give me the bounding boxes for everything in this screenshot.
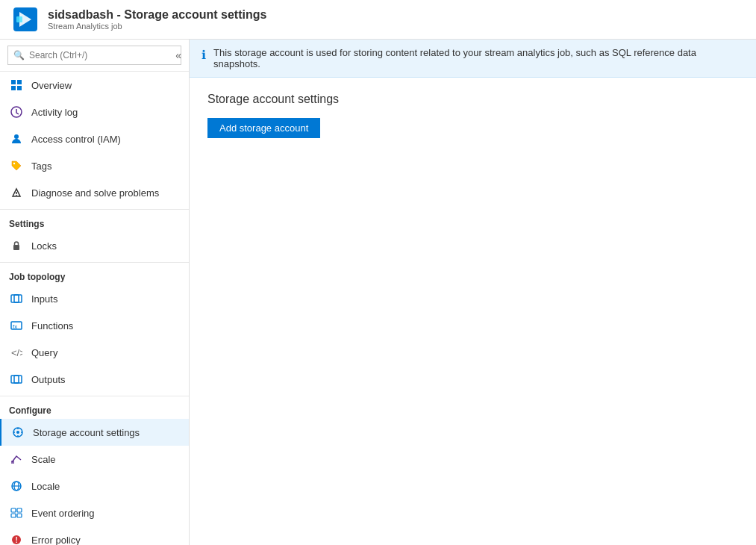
locale-icon (9, 479, 24, 493)
svg-rect-6 (17, 86, 22, 90)
svg-rect-13 (11, 295, 19, 302)
sidebar-item-error-policy-label: Error policy (31, 535, 81, 546)
page-title: Storage account settings (207, 93, 738, 106)
svg-rect-27 (17, 508, 22, 512)
sidebar-item-storage-label: Storage account settings (33, 427, 140, 438)
sidebar-item-functions-label: Functions (31, 320, 73, 331)
sidebar-item-storage-account-settings[interactable]: Storage account settings (0, 419, 189, 446)
collapse-icon[interactable]: « (175, 49, 181, 61)
svg-rect-29 (17, 514, 22, 517)
sidebar-item-overview-label: Overview (31, 80, 72, 91)
sidebar-item-diagnose-label: Diagnose and solve problems (31, 187, 159, 199)
inputs-icon (9, 291, 24, 306)
sidebar-item-scale-label: Scale (31, 454, 56, 465)
svg-point-8 (14, 134, 19, 139)
sidebar-item-inputs[interactable]: Inputs (0, 285, 189, 312)
add-storage-account-button[interactable]: Add storage account (207, 118, 320, 138)
activity-icon (9, 105, 24, 119)
configure-section-header: Configure (0, 396, 189, 419)
sidebar-item-scale[interactable]: Scale (0, 446, 189, 473)
sidebar-item-event-ordering[interactable]: Event ordering (0, 499, 189, 526)
svg-rect-4 (17, 80, 22, 84)
sidebar-item-activity-log-label: Activity log (31, 107, 78, 118)
storage-icon (10, 425, 25, 440)
sidebar-item-tags-label: Tags (31, 161, 51, 172)
main-layout: 🔍 « Overview Activity log (0, 40, 756, 545)
sidebar: 🔍 « Overview Activity log (0, 40, 190, 545)
svg-rect-19 (14, 376, 22, 383)
search-input[interactable] (7, 46, 181, 65)
info-icon: ℹ (202, 48, 206, 62)
sidebar-item-locale-label: Locale (31, 481, 60, 492)
sidebar-item-outputs-label: Outputs (31, 374, 66, 385)
functions-icon: fx (9, 318, 24, 333)
svg-rect-22 (11, 461, 14, 464)
error-policy-icon: ! (9, 532, 24, 545)
outputs-icon (9, 372, 24, 387)
app-header: sidsadbash - Storage account settings St… (0, 0, 756, 40)
sidebar-item-tags[interactable]: Tags (0, 152, 189, 179)
svg-rect-2 (16, 16, 22, 22)
info-banner-text: This storage account is used for storing… (213, 47, 744, 69)
sidebar-item-locks-label: Locks (31, 240, 57, 252)
sidebar-item-inputs-label: Inputs (31, 293, 57, 305)
query-icon: </> (9, 345, 24, 360)
search-container: 🔍 « (0, 40, 189, 72)
svg-rect-12 (13, 245, 19, 250)
svg-rect-26 (11, 508, 16, 512)
sidebar-item-diagnose[interactable]: Diagnose and solve problems (0, 179, 189, 206)
diagnose-icon (9, 185, 24, 200)
svg-rect-28 (11, 514, 16, 517)
settings-section-header: Settings (0, 209, 189, 232)
main-content: ℹ This storage account is used for stori… (190, 40, 756, 545)
sidebar-item-query-label: Query (31, 347, 57, 358)
sidebar-item-locale[interactable]: Locale (0, 473, 189, 499)
svg-rect-14 (14, 295, 22, 302)
svg-point-9 (13, 163, 15, 164)
svg-text:!: ! (16, 536, 18, 544)
app-icon (12, 6, 39, 33)
svg-rect-5 (11, 86, 16, 90)
info-banner: ℹ This storage account is used for stori… (190, 40, 756, 78)
job-topology-section-header: Job topology (0, 262, 189, 285)
sidebar-item-activity-log[interactable]: Activity log (0, 99, 189, 125)
header-subtitle: Stream Analytics job (48, 22, 266, 31)
header-title: sidsadbash - Storage account settings (48, 8, 266, 22)
svg-rect-18 (11, 376, 19, 383)
svg-rect-3 (11, 80, 16, 84)
svg-point-21 (16, 431, 19, 434)
sidebar-nav: Overview Activity log Access control (IA… (0, 72, 189, 545)
overview-icon (9, 78, 24, 93)
sidebar-item-access-control[interactable]: Access control (IAM) (0, 125, 189, 152)
svg-point-11 (16, 195, 17, 196)
sidebar-item-overview[interactable]: Overview (0, 72, 189, 99)
sidebar-item-query[interactable]: </> Query (0, 339, 189, 366)
event-ordering-icon (9, 505, 24, 520)
svg-text:</>: </> (11, 347, 22, 358)
content-body: Storage account settings Add storage acc… (190, 78, 756, 153)
sidebar-item-locks[interactable]: Locks (0, 232, 189, 259)
svg-text:fx: fx (13, 323, 17, 330)
search-icon: 🔍 (13, 50, 25, 60)
sidebar-item-error-policy[interactable]: ! Error policy (0, 526, 189, 545)
sidebar-item-functions[interactable]: fx Functions (0, 312, 189, 339)
sidebar-item-outputs[interactable]: Outputs (0, 366, 189, 393)
tags-icon (9, 158, 24, 173)
iam-icon (9, 131, 24, 146)
locks-icon (9, 238, 24, 253)
sidebar-item-event-ordering-label: Event ordering (31, 508, 95, 519)
sidebar-item-iam-label: Access control (IAM) (31, 134, 121, 145)
header-text-group: sidsadbash - Storage account settings St… (48, 8, 266, 31)
scale-icon (9, 452, 24, 467)
